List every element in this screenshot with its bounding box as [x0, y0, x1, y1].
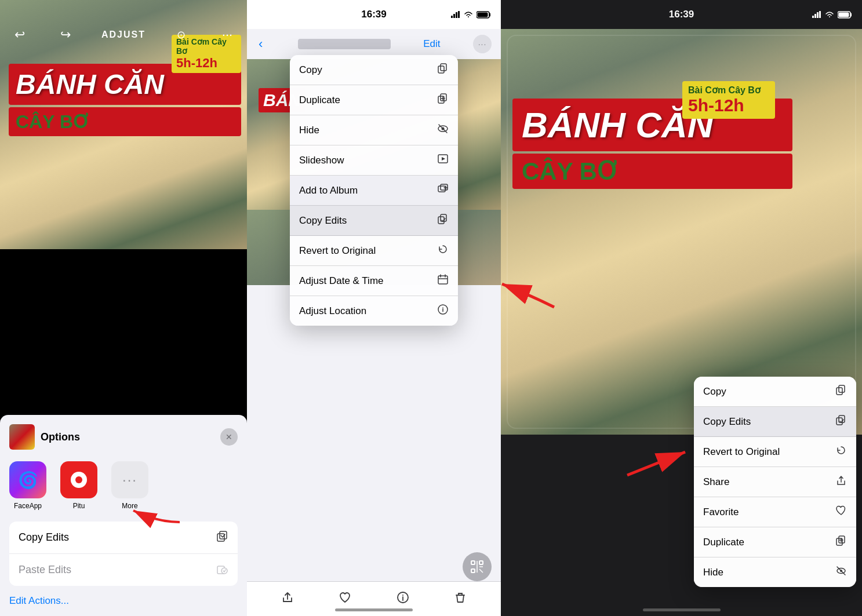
p3-menu-duplicate-icon: [835, 535, 847, 549]
menu-duplicate-icon: [437, 93, 449, 107]
svg-rect-28: [438, 276, 448, 284]
paste-edits-row[interactable]: Paste Edits: [9, 554, 238, 586]
menu-adjust-location-label: Adjust Location: [299, 305, 366, 317]
scan-button[interactable]: [463, 552, 492, 581]
panel2-more-button[interactable]: ···: [473, 35, 492, 53]
p3-menu-copy-edits-icon: [835, 414, 847, 429]
panel3-home-indicator: [643, 608, 721, 611]
options-actions: Copy Edits Paste Edits: [9, 522, 238, 586]
p3-menu-hide-icon: [835, 565, 847, 579]
svg-point-3: [221, 568, 227, 574]
favorite-button[interactable]: [334, 586, 356, 612]
svg-rect-12: [441, 64, 446, 71]
options-close-button[interactable]: ✕: [220, 428, 238, 446]
panel3: 16:39 BÁNH C: [501, 0, 862, 616]
menu-hide[interactable]: Hide: [290, 115, 458, 145]
panel3-photo: BÁNH CĂN CÂY BƠ Bài Cơm Cây Bơ 5h-12h: [501, 29, 862, 435]
faceapp-label: FaceApp: [14, 502, 42, 510]
p3-menu-favorite-icon: [835, 505, 847, 519]
app-item-more[interactable]: ··· More: [111, 461, 148, 510]
app-item-pitu[interactable]: Pitu: [60, 461, 97, 510]
p3-menu-copy-edits-label: Copy Edits: [703, 416, 751, 428]
menu-copy-edits-label: Copy Edits: [299, 215, 347, 227]
options-title: Options: [41, 431, 80, 443]
menu-copy-edits[interactable]: Copy Edits: [290, 206, 458, 236]
svg-rect-36: [479, 561, 483, 564]
p3-menu-hide[interactable]: Hide: [694, 557, 856, 587]
svg-rect-10: [478, 12, 488, 17]
faceapp-icon: 🌀: [9, 461, 46, 498]
options-title-row: Options: [9, 424, 220, 450]
panel3-time: 16:39: [669, 9, 694, 20]
p3-menu-copy-edits[interactable]: Copy Edits: [694, 407, 856, 437]
menu-copy-edits-icon: [437, 213, 449, 228]
panel2-back-button[interactable]: ‹: [256, 34, 265, 54]
sign-banh-can-text: BÁNH CĂN: [16, 69, 164, 100]
svg-rect-6: [453, 14, 455, 18]
more-apps-label: More: [122, 502, 137, 510]
panel3-sign-area: BÁNH CĂN CÂY BƠ Bài Cơm Cây Bơ 5h-12h: [512, 99, 792, 189]
p3-menu-share[interactable]: Share: [694, 467, 856, 497]
panel2-time: 16:39: [361, 9, 386, 20]
more-icon[interactable]: ···: [217, 24, 238, 45]
p3-menu-favorite-label: Favorite: [703, 506, 739, 518]
sign-cay-bo-text: CÂY BƠ: [16, 111, 90, 132]
menu-slideshow[interactable]: Slideshow: [290, 145, 458, 176]
menu-copy-icon: [437, 63, 449, 77]
copy-edits-icon: [216, 530, 228, 545]
p3-menu-share-label: Share: [703, 476, 729, 488]
p3-menu-copy[interactable]: Copy: [694, 377, 856, 407]
menu-revert-label: Revert to Original: [299, 245, 376, 257]
info-button[interactable]: [392, 586, 414, 612]
svg-rect-0: [217, 534, 224, 541]
paste-edits-label: Paste Edits: [19, 564, 71, 576]
p3-5h-text: 5h-12h: [688, 96, 769, 115]
delete-button[interactable]: [449, 586, 471, 612]
p3-menu-revert[interactable]: Revert to Original: [694, 437, 856, 467]
p3-menu-favorite[interactable]: Favorite: [694, 497, 856, 527]
pitu-label: Pitu: [73, 502, 85, 510]
menu-copy-label: Copy: [299, 64, 322, 76]
battery-icon: [477, 11, 492, 19]
edit-actions-link[interactable]: Edit Actions...: [9, 593, 69, 608]
svg-rect-37: [471, 569, 475, 573]
svg-rect-23: [441, 184, 448, 190]
share-button[interactable]: [277, 586, 299, 612]
svg-rect-51: [839, 385, 845, 392]
profile-icon[interactable]: ⊙: [170, 24, 191, 45]
undo-icon[interactable]: ↩: [9, 24, 30, 45]
menu-add-album-icon: [437, 183, 449, 198]
svg-rect-7: [456, 12, 457, 18]
svg-rect-11: [438, 66, 444, 73]
menu-adjust-date[interactable]: Adjust Date & Time: [290, 266, 458, 296]
menu-adjust-location[interactable]: Adjust Location i: [290, 296, 458, 326]
panel2-title-blurred: [298, 39, 391, 49]
adjust-title: ADJUST: [101, 30, 146, 40]
p3-cay-bo-text: CÂY BƠ: [522, 158, 619, 185]
svg-point-43: [402, 595, 403, 596]
p3-menu-hide-label: Hide: [703, 567, 723, 578]
svg-rect-22: [438, 186, 445, 192]
p3-menu-share-icon: [835, 475, 847, 489]
p3-menu-copy-label: Copy: [703, 386, 726, 398]
menu-add-album[interactable]: Add to Album: [290, 176, 458, 206]
p3-menu-revert-label: Revert to Original: [703, 446, 780, 458]
panel2: 16:39 ‹ Edit ···: [247, 0, 501, 616]
svg-rect-44: [812, 16, 814, 18]
menu-revert[interactable]: Revert to Original: [290, 236, 458, 266]
svg-rect-55: [839, 536, 845, 543]
app-item-faceapp[interactable]: 🌀 FaceApp: [9, 461, 46, 510]
redo-icon[interactable]: ↪: [55, 24, 76, 45]
panel2-edit-button[interactable]: Edit: [423, 38, 440, 50]
panel2-status-bar: 16:39: [247, 0, 501, 29]
signal-icon: [451, 11, 460, 18]
menu-duplicate[interactable]: Duplicate: [290, 85, 458, 115]
sign-5h-text: 5h-12h: [176, 56, 237, 71]
menu-slideshow-icon: [437, 153, 449, 167]
menu-adjust-location-icon: i: [437, 304, 449, 318]
copy-edits-row[interactable]: Copy Edits: [9, 522, 238, 554]
panel1-header: ↩ ↪ ADJUST ⊙ ···: [0, 0, 247, 52]
menu-copy[interactable]: Copy: [290, 55, 458, 85]
p3-menu-duplicate[interactable]: Duplicate: [694, 527, 856, 557]
panel1-photo: BÁNH CĂN CÂY BƠ Bài Cơm Cây Bơ 5h-12h ↩ …: [0, 0, 247, 249]
